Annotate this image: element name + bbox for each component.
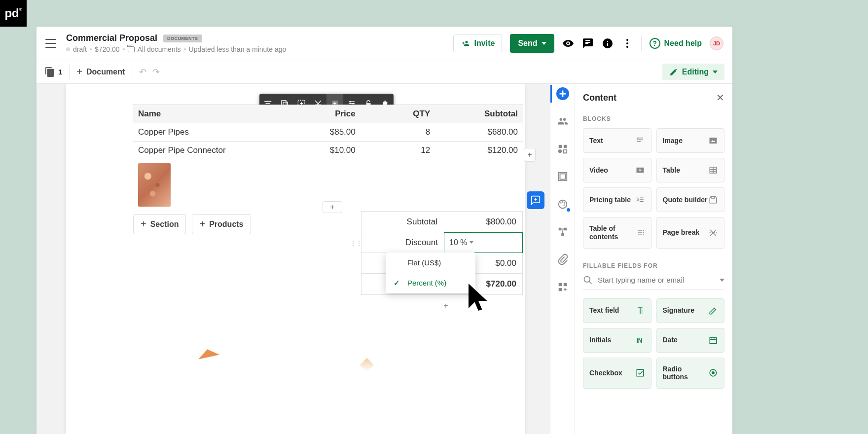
decoration <box>242 384 253 395</box>
status-text: draft <box>73 45 87 53</box>
block-video[interactable]: Video <box>583 158 651 182</box>
svg-point-21 <box>562 201 563 203</box>
pencil-icon <box>669 68 678 76</box>
field-text[interactable]: Text field <box>583 298 651 323</box>
info-icon <box>602 37 614 49</box>
svg-rect-25 <box>564 228 567 231</box>
discount-type-dropdown: Flat (US$) Percent (%) <box>386 253 475 293</box>
block-quote[interactable]: Quote builder <box>656 187 725 212</box>
canvas: Name Price QTY Subtotal Copper Pipes $85… <box>36 84 550 434</box>
dropdown-item-flat[interactable]: Flat (US$) <box>386 253 475 273</box>
block-pagebreak[interactable]: Page break <box>656 217 725 249</box>
field-signature[interactable]: Signature <box>656 298 725 323</box>
add-document-button[interactable]: + Document <box>76 66 125 77</box>
block-image[interactable]: Image <box>656 128 725 153</box>
pages-icon <box>44 67 55 77</box>
add-total-row-button[interactable]: + <box>440 300 452 312</box>
more-vert-icon <box>621 37 633 49</box>
col-name[interactable]: Name <box>133 105 286 123</box>
svg-point-36 <box>643 234 644 235</box>
svg-point-34 <box>643 230 644 231</box>
total-text: $720.00 <box>95 45 120 53</box>
person-add-icon <box>461 39 470 47</box>
chat-button[interactable] <box>582 37 594 49</box>
add-section-button[interactable]: +Section <box>133 214 186 234</box>
svg-rect-18 <box>560 174 565 180</box>
redo-button[interactable]: ↷ <box>152 67 160 77</box>
document-page[interactable]: Name Price QTY Subtotal Copper Pipes $85… <box>66 84 525 434</box>
preview-button[interactable] <box>562 37 574 49</box>
svg-rect-26 <box>561 233 564 236</box>
block-table[interactable]: Table <box>656 158 725 182</box>
svg-point-2 <box>626 42 628 44</box>
block-pricing[interactable]: Pricing table$ <box>583 187 651 212</box>
field-date[interactable]: Date <box>656 328 725 353</box>
tab-attachments[interactable] <box>556 253 570 266</box>
field-radio[interactable]: Radio buttons <box>656 358 725 389</box>
undo-button[interactable]: ↶ <box>139 67 146 77</box>
tab-variables[interactable] <box>556 142 570 156</box>
svg-rect-14 <box>558 145 561 148</box>
svg-point-35 <box>643 232 644 233</box>
recipient-search[interactable] <box>583 275 724 289</box>
svg-point-42 <box>712 371 715 374</box>
drag-handle-icon[interactable]: ⋮⋮ <box>350 239 362 247</box>
mode-selector[interactable]: Editing <box>662 64 724 80</box>
add-comment-button[interactable] <box>527 191 544 209</box>
discount-label: Discount <box>362 238 444 248</box>
table-row[interactable]: Copper Pipes $85.00 8 $680.00 <box>133 123 523 142</box>
tab-workflow[interactable] <box>556 225 570 239</box>
close-panel-button[interactable]: ✕ <box>716 92 724 104</box>
field-initials[interactable]: InitialsIN <box>583 328 651 353</box>
more-button[interactable] <box>621 37 633 49</box>
tab-content[interactable] <box>556 87 570 101</box>
table-row[interactable]: Copper Pipe Connector $10.00 12 $120.00 <box>133 142 523 159</box>
svg-rect-29 <box>558 288 561 291</box>
add-products-button[interactable]: +Products <box>192 214 251 234</box>
col-price[interactable]: Price <box>286 105 360 123</box>
invite-button[interactable]: Invite <box>453 35 503 52</box>
svg-point-37 <box>584 276 590 282</box>
question-icon: ? <box>650 38 660 49</box>
user-avatar[interactable]: JD <box>710 36 723 50</box>
pricing-table[interactable]: Name Price QTY Subtotal Copper Pipes $85… <box>133 105 523 209</box>
svg-point-22 <box>564 202 565 204</box>
add-row-button[interactable]: + <box>323 201 342 213</box>
tab-layout[interactable] <box>556 170 570 183</box>
pages-indicator[interactable]: 1 <box>44 67 62 77</box>
product-image[interactable] <box>138 163 171 207</box>
search-icon <box>583 275 593 285</box>
decoration <box>197 347 219 360</box>
updated-text: Updated less than a minute ago <box>189 45 287 53</box>
menu-icon[interactable] <box>45 39 56 48</box>
col-qty[interactable]: QTY <box>361 105 435 123</box>
caret-down-icon <box>470 241 473 244</box>
recipient-input[interactable] <box>598 276 715 284</box>
main-window: Commercial Proposal DOCUMENTS draft $720… <box>36 27 732 434</box>
info-button[interactable] <box>602 37 614 49</box>
svg-rect-39 <box>710 337 717 343</box>
svg-point-20 <box>560 202 561 204</box>
tab-recipients[interactable] <box>556 114 570 128</box>
block-text[interactable]: Text <box>583 128 651 153</box>
caret-down-icon <box>542 42 546 45</box>
eye-icon <box>562 37 574 49</box>
svg-rect-24 <box>558 228 561 231</box>
panel-tabs <box>550 84 575 434</box>
svg-point-16 <box>558 149 561 153</box>
page-title: Commercial Proposal <box>66 33 157 43</box>
tab-design[interactable] <box>556 197 570 211</box>
col-subtotal[interactable]: Subtotal <box>435 105 523 123</box>
doc-type-badge: DOCUMENTS <box>163 35 202 42</box>
tab-apps[interactable] <box>556 280 570 294</box>
send-button[interactable]: Send <box>510 34 554 53</box>
folder-name[interactable]: All documents <box>138 45 181 53</box>
add-column-button[interactable]: + <box>524 148 536 162</box>
help-button[interactable]: ? Need help <box>650 38 702 49</box>
dropdown-item-percent[interactable]: Percent (%) <box>386 273 475 293</box>
block-toc[interactable]: Table of contents <box>583 217 651 249</box>
svg-rect-30 <box>710 138 717 144</box>
field-checkbox[interactable]: Checkbox <box>583 358 651 389</box>
app-logo[interactable]: pd® <box>0 0 27 27</box>
discount-type-select[interactable]: 10 % <box>444 232 523 253</box>
